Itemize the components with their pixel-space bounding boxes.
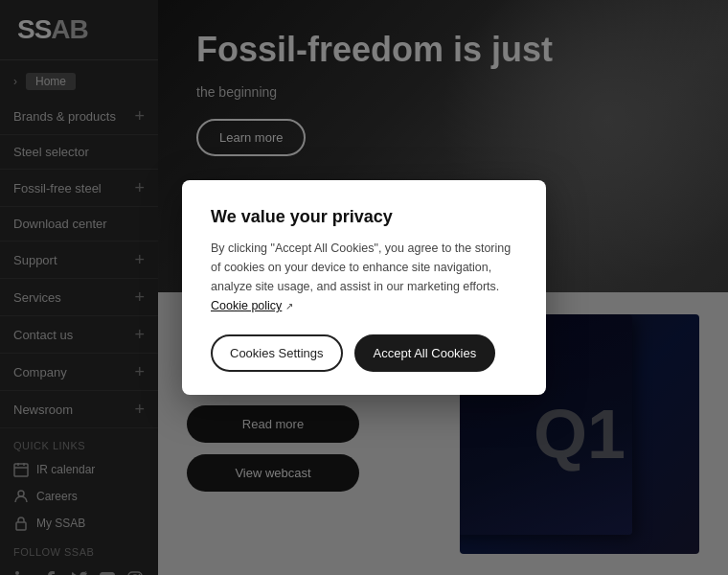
external-link-icon: ↗ (285, 301, 293, 311)
cookie-modal-title: We value your privacy (211, 207, 517, 227)
cookie-actions: Cookies Settings Accept All Cookies (211, 334, 517, 372)
cookie-policy-link[interactable]: Cookie policy (211, 299, 282, 312)
cookie-description: By clicking "Accept All Cookies", you ag… (211, 242, 511, 293)
cookies-settings-button[interactable]: Cookies Settings (211, 334, 343, 372)
accept-all-cookies-button[interactable]: Accept All Cookies (354, 334, 496, 372)
cookie-modal-text: By clicking "Accept All Cookies", you ag… (211, 239, 517, 315)
cookie-modal: We value your privacy By clicking "Accep… (182, 180, 546, 395)
cookie-modal-overlay: We value your privacy By clicking "Accep… (0, 0, 728, 575)
